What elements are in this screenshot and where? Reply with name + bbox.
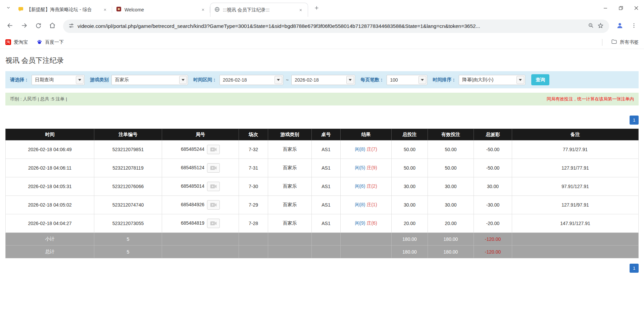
folder-icon xyxy=(611,39,617,46)
forward-button[interactable] xyxy=(18,20,30,32)
close-window-button[interactable] xyxy=(629,0,644,17)
profile-avatar-icon xyxy=(616,22,624,31)
cell-bet-id: 523212074740 xyxy=(94,196,162,214)
cell-valid-bet: 30.00 xyxy=(428,196,474,214)
video-replay-button[interactable] xyxy=(207,200,220,210)
dropdown-value: 降幂(由大到小) xyxy=(459,77,504,83)
tab-bet-records[interactable]: :::视讯 会员下注纪录::: xyxy=(210,3,308,17)
close-icon xyxy=(634,5,638,11)
menu-button[interactable] xyxy=(628,20,640,32)
cell-game: 百家乐 xyxy=(268,196,312,214)
page-number-button[interactable]: 1 xyxy=(630,116,639,125)
cell-round-id: 685485014 xyxy=(162,177,239,196)
game-type-dropdown[interactable]: 百家乐 xyxy=(111,75,188,85)
pagination-top: 1 xyxy=(5,116,639,125)
dropdown-arrow-icon[interactable] xyxy=(418,76,426,84)
video-replay-button[interactable] xyxy=(207,145,220,154)
total-row: 总计 5 180.00 180.00 -120.00 xyxy=(6,246,639,258)
close-tab-button[interactable] xyxy=(200,7,206,13)
query-mode-dropdown[interactable]: 日期查询 xyxy=(32,75,85,85)
filter-label: 游戏类别 xyxy=(90,77,109,83)
total-count: 5 xyxy=(94,246,162,258)
dropdown-value: 百家乐 xyxy=(112,77,140,83)
filter-label: 时间排序： xyxy=(433,77,456,83)
address-bar[interactable]: videoie.com/ipl/portal.php/game/betrecor… xyxy=(63,19,609,33)
cell-total-bet[interactable]: 30.00 xyxy=(392,177,428,196)
video-replay-button[interactable] xyxy=(207,163,220,173)
cell-result: 闲(6) 庄(2) xyxy=(341,177,392,196)
bookmarks-bar: 淘 爱淘宝 百度一下 所有书签 xyxy=(0,36,644,49)
refresh-button[interactable] xyxy=(32,20,44,32)
zoom-icon[interactable] xyxy=(588,23,594,30)
video-replay-button[interactable] xyxy=(207,182,220,191)
tab-title: :::视讯 会员下注纪录::: xyxy=(223,7,295,13)
result-banker: 庄(9) xyxy=(366,165,377,170)
cell-game: 百家乐 xyxy=(268,214,312,233)
cell-result: 闲(8) 庄(1) xyxy=(341,196,392,214)
cell-bet-id: 523212079851 xyxy=(94,140,162,159)
col-payout: 总派彩 xyxy=(474,129,512,140)
restore-button[interactable] xyxy=(613,0,629,17)
summary-text: 币别 : 人民币 | 总共 :5 注单 | xyxy=(10,96,67,102)
baidu-paw-icon xyxy=(37,39,42,46)
site-settings-icon[interactable] xyxy=(68,23,74,30)
page-size-dropdown[interactable]: 100 xyxy=(387,75,427,85)
dropdown-arrow-icon[interactable] xyxy=(179,76,187,84)
sort-dropdown[interactable]: 降幂(由大到小) xyxy=(459,75,525,85)
bookmark-baidu[interactable]: 百度一下 xyxy=(37,39,64,46)
total-valid-bet: 180.00 xyxy=(428,246,474,258)
cell-total-bet[interactable]: 20.00 xyxy=(392,214,428,233)
filter-page-size: 每页笔数： 100 xyxy=(360,75,427,85)
tab-forum[interactable]: 【新提醒】海燕策略论坛 - 综合 xyxy=(14,3,112,17)
home-icon xyxy=(49,22,56,30)
close-tab-button[interactable] xyxy=(102,7,108,13)
dropdown-arrow-icon[interactable] xyxy=(346,76,354,84)
date-to-dropdown[interactable]: 2026-02-18 xyxy=(291,75,355,85)
dropdown-arrow-icon[interactable] xyxy=(275,76,282,84)
profile-button[interactable] xyxy=(614,20,626,32)
date-from-dropdown[interactable]: 2026-02-18 xyxy=(219,75,283,85)
col-note: 备注 xyxy=(512,129,639,140)
video-replay-button[interactable] xyxy=(207,219,220,228)
cell-total-bet[interactable]: 50.00 xyxy=(392,159,428,177)
table-row: 2026-02-18 04:06:11 523212078119 6854851… xyxy=(6,159,639,177)
tab-search-button[interactable] xyxy=(3,3,14,14)
search-button[interactable]: 查询 xyxy=(531,74,549,85)
close-tab-button[interactable] xyxy=(298,7,304,13)
kebab-menu-icon xyxy=(631,23,637,30)
result-player: 闲(8) xyxy=(355,202,365,207)
cell-note: 147.91/127.91 xyxy=(512,214,639,233)
cell-total-bet[interactable]: 50.00 xyxy=(392,140,428,159)
dropdown-arrow-icon[interactable] xyxy=(76,76,84,84)
tab-welcome[interactable]: Welcome xyxy=(112,3,210,17)
dropdown-value: 2026-02-18 xyxy=(220,77,258,83)
new-tab-button[interactable] xyxy=(311,3,321,13)
cell-round-id: 685485244 xyxy=(162,140,239,159)
pagination-bottom: 1 xyxy=(5,264,639,273)
welcome-favicon xyxy=(116,6,121,13)
total-total-bet: 180.00 xyxy=(392,246,428,258)
url-text[interactable]: videoie.com/ipl/portal.php/game/betrecor… xyxy=(78,23,585,29)
table-row: 2026-02-18 04:05:02 523212074740 6854849… xyxy=(6,196,639,214)
cell-total-bet[interactable]: 30.00 xyxy=(392,196,428,214)
cell-valid-bet: 50.00 xyxy=(428,140,474,159)
minimize-button[interactable] xyxy=(598,0,613,17)
table-row: 2026-02-18 04:05:31 523212076066 6854850… xyxy=(6,177,639,196)
round-id-text: 685484926 xyxy=(181,202,204,207)
cell-payout: 30.00 xyxy=(474,177,512,196)
home-button[interactable] xyxy=(46,20,58,32)
bookmark-star-icon[interactable] xyxy=(597,23,604,30)
cell-valid-bet: 50.00 xyxy=(428,159,474,177)
cell-result: 闲(5) 庄(9) xyxy=(341,159,392,177)
back-button[interactable] xyxy=(4,20,16,32)
cell-table-no: AS1 xyxy=(312,214,341,233)
page-number-button[interactable]: 1 xyxy=(630,264,639,273)
bookmark-aitaobao[interactable]: 淘 爱淘宝 xyxy=(5,39,28,45)
filter-label: 时间区间： xyxy=(193,77,217,83)
table-row: 2026-02-18 04:06:49 523212079851 6854852… xyxy=(6,140,639,159)
cell-time: 2026-02-18 04:06:11 xyxy=(6,159,94,177)
dropdown-arrow-icon[interactable] xyxy=(516,76,524,84)
cell-payout: -50.00 xyxy=(474,140,512,159)
result-banker: 庄(6) xyxy=(366,220,377,226)
all-bookmarks-button[interactable]: 所有书签 xyxy=(611,39,639,46)
